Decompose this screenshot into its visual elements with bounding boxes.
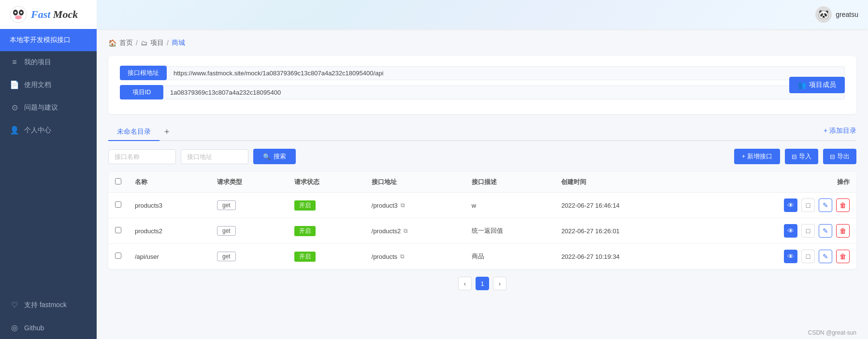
tab-add-button[interactable]: + bbox=[159, 126, 174, 139]
svg-point-5 bbox=[15, 15, 22, 19]
svg-point-3 bbox=[14, 12, 16, 14]
status-badge-1: 开启 bbox=[294, 226, 316, 236]
members-button[interactable]: 👥 项目成员 bbox=[789, 77, 845, 93]
path-search-input[interactable] bbox=[181, 149, 248, 164]
sidebar-item-label: 个人中心 bbox=[24, 126, 51, 135]
name-search-input[interactable] bbox=[108, 149, 176, 164]
row-desc-0: w bbox=[465, 193, 555, 218]
api-root-value: https://www.fastmock.site/mock/1a0837936… bbox=[167, 66, 845, 80]
edit-button-0[interactable]: ✎ bbox=[819, 198, 832, 212]
avatar: 🐼 bbox=[815, 6, 832, 23]
ctrl-right: + 新增接口 ⊟ 导入 ⊟ 导出 bbox=[734, 149, 856, 164]
row-desc-1: 统一返回值 bbox=[465, 218, 555, 244]
th-actions: 操作 bbox=[698, 172, 856, 193]
copy-button-0[interactable]: □ bbox=[801, 198, 815, 212]
table-header-row: 名称 请求类型 请求状态 接口地址 接口描述 创建时间 操作 bbox=[108, 172, 856, 193]
copy-button-2[interactable]: □ bbox=[801, 250, 815, 263]
footer: CSDN @great-sun bbox=[97, 326, 868, 339]
row-method-2: get bbox=[210, 244, 288, 269]
api-root-label: 接口根地址 bbox=[120, 66, 167, 80]
github-icon: ◎ bbox=[10, 323, 19, 332]
row-checkbox-2[interactable] bbox=[115, 253, 121, 259]
row-checkbox-0[interactable] bbox=[115, 201, 121, 208]
sidebar-item-my-projects[interactable]: ≡ 我的项目 bbox=[0, 51, 97, 73]
user-menu[interactable]: 🐼 greatsu bbox=[815, 6, 858, 23]
sidebar-item-support[interactable]: ♡ 支持 fastmock bbox=[0, 294, 97, 316]
copy-path-icon-1[interactable]: ⧉ bbox=[404, 227, 408, 234]
new-api-button[interactable]: + 新增接口 bbox=[734, 149, 780, 164]
sidebar-active-button[interactable]: 本地零开发模拟接口 bbox=[0, 29, 97, 51]
content-area: 🏠 首页 / 🗂 项目 / 商城 接口根地址 https://www.fastm… bbox=[97, 29, 868, 326]
api-root-row: 接口根地址 https://www.fastmock.site/mock/1a0… bbox=[120, 66, 845, 80]
sidebar-item-label: 我的项目 bbox=[24, 58, 51, 67]
sidebar-item-docs[interactable]: 📄 使用文档 bbox=[0, 73, 97, 96]
tab-unnamed-dir[interactable]: 未命名目录 bbox=[108, 124, 159, 141]
view-button-2[interactable]: 👁 bbox=[784, 250, 797, 263]
th-status: 请求状态 bbox=[288, 172, 365, 193]
row-status-2: 开启 bbox=[288, 244, 365, 269]
profile-icon: 👤 bbox=[10, 126, 19, 135]
search-icon: 🔍 bbox=[263, 153, 271, 160]
view-button-0[interactable]: 👁 bbox=[784, 198, 797, 212]
row-checkbox-cell bbox=[108, 244, 128, 269]
home-icon: 🏠 bbox=[108, 39, 116, 47]
breadcrumb-projects[interactable]: 项目 bbox=[150, 39, 164, 47]
svg-point-4 bbox=[20, 12, 22, 14]
edit-button-2[interactable]: ✎ bbox=[819, 250, 832, 263]
view-button-1[interactable]: 👁 bbox=[784, 224, 797, 238]
search-button[interactable]: 🔍 搜索 bbox=[253, 149, 296, 164]
project-id-value: 1a08379369c13c807a4a232c18095400 bbox=[163, 85, 845, 99]
select-all-checkbox[interactable] bbox=[115, 178, 121, 184]
logo-icon bbox=[10, 6, 27, 23]
projects-icon: 🗂 bbox=[141, 39, 147, 47]
row-method-0: get bbox=[210, 193, 288, 218]
row-status-0: 开启 bbox=[288, 193, 365, 218]
row-created-0: 2022-06-27 16:46:14 bbox=[554, 193, 698, 218]
copy-path-icon-0[interactable]: ⧉ bbox=[401, 202, 405, 209]
th-created: 创建时间 bbox=[554, 172, 698, 193]
row-path-2: /products ⧉ bbox=[365, 244, 465, 269]
th-name: 名称 bbox=[128, 172, 210, 193]
row-method-1: get bbox=[210, 218, 288, 244]
import-label: 导入 bbox=[799, 152, 811, 161]
delete-button-2[interactable]: 🗑 bbox=[836, 250, 850, 263]
row-status-1: 开启 bbox=[288, 218, 365, 244]
sidebar-logo: Fast Mock bbox=[0, 0, 97, 29]
sidebar-item-github[interactable]: ◎ Github bbox=[0, 316, 97, 339]
copy-path-icon-2[interactable]: ⧉ bbox=[400, 253, 405, 260]
feedback-icon: ⊙ bbox=[10, 103, 19, 112]
breadcrumb-home[interactable]: 首页 bbox=[119, 39, 133, 47]
th-desc: 接口描述 bbox=[465, 172, 555, 193]
sidebar-item-label: 使用文档 bbox=[24, 81, 51, 89]
delete-button-0[interactable]: 🗑 bbox=[836, 198, 850, 212]
footer-text: CSDN @great-sun bbox=[808, 329, 856, 336]
copy-button-1[interactable]: □ bbox=[801, 224, 815, 238]
row-checkbox-1[interactable] bbox=[115, 227, 121, 233]
th-method: 请求类型 bbox=[210, 172, 288, 193]
page-1-button[interactable]: 1 bbox=[476, 277, 489, 290]
heart-icon: ♡ bbox=[10, 300, 19, 310]
row-name-0: products3 bbox=[128, 193, 210, 218]
members-label: 项目成员 bbox=[809, 81, 836, 89]
export-button[interactable]: ⊟ 导出 bbox=[823, 149, 856, 164]
delete-button-1[interactable]: 🗑 bbox=[836, 224, 850, 238]
sidebar-item-feedback[interactable]: ⊙ 问题与建议 bbox=[0, 96, 97, 119]
import-button[interactable]: ⊟ 导入 bbox=[785, 149, 818, 164]
row-checkbox-cell bbox=[108, 193, 128, 218]
info-card: 接口根地址 https://www.fastmock.site/mock/1a0… bbox=[108, 56, 856, 114]
path-value-1: /products2 bbox=[372, 227, 401, 235]
edit-button-1[interactable]: ✎ bbox=[819, 224, 832, 238]
main-area: 🐼 greatsu 🏠 首页 / 🗂 项目 / 商城 接口根地址 https:/… bbox=[97, 0, 868, 339]
sidebar-item-profile[interactable]: 👤 个人中心 bbox=[0, 119, 97, 141]
method-badge-1: get bbox=[217, 226, 236, 236]
status-badge-2: 开启 bbox=[294, 252, 316, 262]
row-desc-2: 商品 bbox=[465, 244, 555, 269]
list-icon: ≡ bbox=[10, 58, 19, 67]
row-name-1: products2 bbox=[128, 218, 210, 244]
add-directory-button[interactable]: + 添加目录 bbox=[824, 127, 856, 135]
table-controls: 🔍 搜索 + 新增接口 ⊟ 导入 ⊟ 导出 bbox=[108, 149, 856, 164]
prev-page-button[interactable]: ‹ bbox=[458, 277, 472, 290]
next-page-button[interactable]: › bbox=[493, 277, 506, 290]
status-badge-0: 开启 bbox=[294, 200, 316, 211]
sidebar-item-label: 问题与建议 bbox=[24, 103, 58, 112]
